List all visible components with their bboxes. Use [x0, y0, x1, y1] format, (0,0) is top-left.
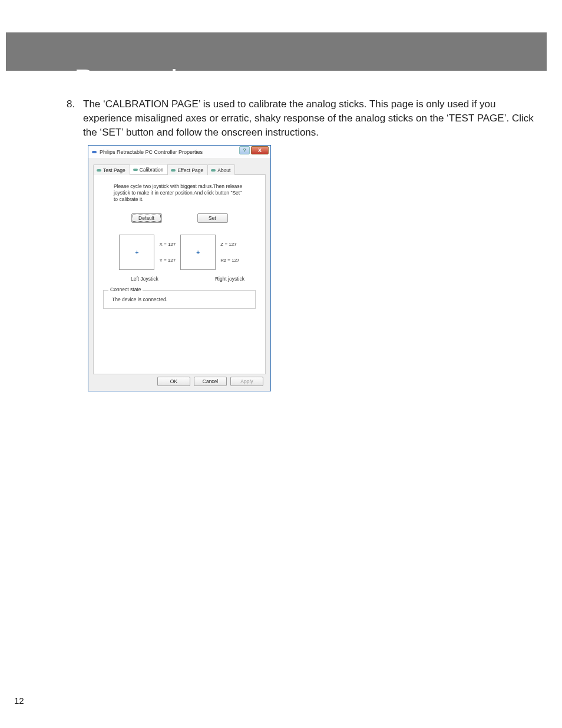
- left-joystick-group: + X = 127 Y = 127: [119, 235, 176, 270]
- set-button[interactable]: Set: [197, 213, 228, 223]
- controller-icon: [91, 149, 97, 155]
- tab-content: Please cycle two joystick with biggest r…: [93, 175, 266, 374]
- tab-icon: [97, 168, 101, 173]
- default-button[interactable]: Default: [131, 213, 162, 223]
- left-y-value: Y = 127: [159, 258, 176, 263]
- svg-rect-4: [211, 169, 216, 172]
- ok-button[interactable]: OK: [157, 377, 190, 386]
- svg-rect-2: [133, 169, 138, 171]
- properties-dialog: Philips Retractable PC Controller Proper…: [88, 145, 271, 391]
- svg-rect-0: [92, 151, 97, 153]
- dialog-title: Philips Retractable PC Controller Proper…: [100, 149, 203, 155]
- crosshair-icon: +: [135, 249, 139, 256]
- tab-row: Test Page Calibration Effect Page About: [93, 164, 266, 175]
- instruction-paragraph: 8. The ‘CALBRATION PAGE’ is used to cali…: [67, 97, 547, 139]
- svg-rect-1: [97, 169, 101, 172]
- tab-icon: [133, 167, 138, 172]
- tab-label: Test Page: [103, 167, 125, 173]
- tab-label: Effect Page: [177, 167, 203, 173]
- tab-calibration[interactable]: Calibration: [130, 164, 168, 174]
- connect-state-legend: Connect state: [108, 286, 143, 292]
- page-title: Properties: [74, 63, 209, 97]
- calibration-instruction: Please cycle two joystick with biggest r…: [103, 183, 256, 203]
- cancel-button[interactable]: Cancel: [194, 377, 227, 386]
- tab-icon: [171, 168, 176, 173]
- close-button[interactable]: X: [251, 146, 269, 154]
- crosshair-icon: +: [196, 249, 200, 256]
- tab-effect-page[interactable]: Effect Page: [167, 164, 208, 175]
- tab-test-page[interactable]: Test Page: [93, 164, 130, 175]
- right-rz-value: Rz = 127: [220, 258, 239, 263]
- header-band: Properties: [6, 32, 547, 71]
- apply-button[interactable]: Apply: [230, 377, 263, 386]
- list-number: 8.: [67, 97, 83, 139]
- help-button[interactable]: ?: [239, 146, 250, 154]
- right-z-value: Z = 127: [220, 242, 239, 247]
- tab-icon: [211, 168, 216, 173]
- left-joystick-label: Left Joystick: [131, 276, 158, 282]
- connect-state-group: Connect state The device is connected.: [103, 290, 256, 309]
- left-joystick-box: +: [119, 235, 154, 270]
- left-x-value: X = 127: [159, 242, 176, 247]
- dialog-titlebar[interactable]: Philips Retractable PC Controller Proper…: [88, 146, 270, 158]
- tab-about[interactable]: About: [207, 164, 235, 175]
- right-joystick-group: + Z = 127 Rz = 127: [180, 235, 239, 270]
- right-joystick-box: +: [180, 235, 216, 270]
- right-joystick-label: Right joystick: [215, 276, 244, 282]
- tab-label: Calibration: [140, 167, 164, 173]
- connect-state-text: The device is connected.: [112, 297, 167, 302]
- page-number: 12: [14, 696, 24, 706]
- svg-rect-3: [171, 169, 176, 172]
- paragraph-text: The ‘CALBRATION PAGE’ is used to calibra…: [83, 97, 547, 139]
- tab-label: About: [217, 167, 230, 173]
